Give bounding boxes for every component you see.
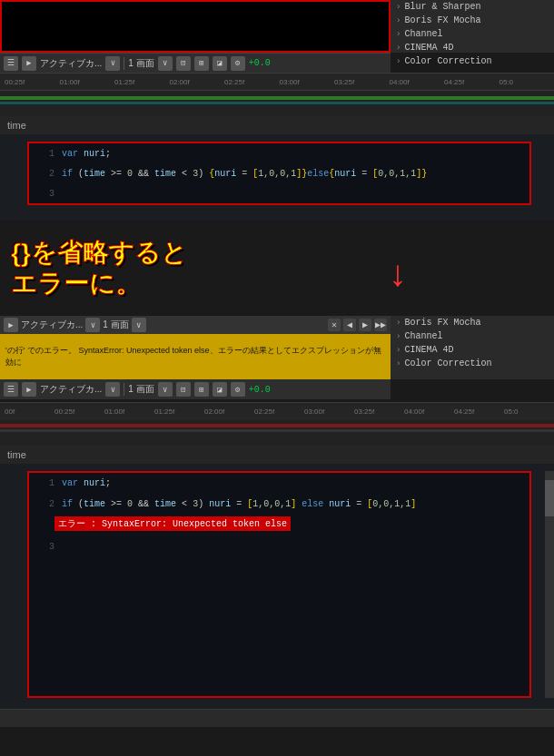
- menu-item-color-mid[interactable]: › Color Correction: [391, 357, 554, 370]
- track-green: [0, 96, 554, 100]
- btm-ruler-0: 00f: [5, 407, 54, 416]
- toolbar-icon-2[interactable]: ▶: [22, 56, 36, 71]
- active-cam-label-bot: アクティブカ...: [40, 383, 102, 396]
- annotation-area: {}を省略すると エラーに。 ↓: [0, 221, 554, 316]
- btm-ruler-1: 00:25f: [54, 407, 104, 416]
- view-dropdown-mid[interactable]: ∨: [132, 318, 146, 332]
- view-label: 1 画面: [128, 57, 153, 70]
- ruler-mark-7: 04:00f: [390, 78, 445, 86]
- btm-ruler-5: 02:25f: [254, 407, 304, 416]
- ruler-mark-3: 02:00f: [170, 78, 225, 86]
- menu-arrow-icon: ›: [396, 359, 401, 368]
- menu-arrow-icon: ›: [396, 57, 401, 66]
- menu-item-channel-mid[interactable]: › Channel: [391, 329, 554, 343]
- btm-ruler-9: 04:25f: [454, 407, 504, 416]
- dropdown-icon-mid[interactable]: ∨: [85, 318, 100, 332]
- active-cam-label: アクティブカ...: [40, 57, 102, 70]
- menu-arrow-icon: ›: [396, 16, 401, 25]
- menu-item-blur[interactable]: › Blur & Sharpen: [391, 0, 554, 14]
- menu-item-boris[interactable]: › Boris FX Mocha: [391, 14, 554, 27]
- play-icon[interactable]: ▶: [359, 319, 371, 331]
- timeline-ruler-header: 00:25f 01:00f 01:25f 02:00f 02:25f 03:00…: [0, 73, 554, 91]
- view-dropdown-bot[interactable]: ∨: [158, 382, 173, 397]
- track-teal: [0, 102, 554, 104]
- code-text-1: var nuri;: [62, 149, 111, 159]
- arrow-down-icon: ↓: [387, 256, 409, 297]
- error-inline-line: エラー : SyntaxError: Unexpected token else: [29, 515, 529, 531]
- menu-item-boris-mid[interactable]: › Boris FX Mocha: [391, 316, 554, 329]
- toolbar-icon-1[interactable]: ☰: [4, 56, 18, 71]
- ruler-mark-0: 00:25f: [5, 78, 60, 86]
- code2-text-1: var nuri;: [62, 478, 111, 488]
- bottom-time-text: time: [7, 449, 26, 460]
- ruler-mark-5: 03:00f: [280, 78, 335, 86]
- menu-arrow-icon: ›: [396, 332, 401, 341]
- code-text-2: if (time >= 0 && time < 3) {nuri = [1,0,…: [62, 169, 427, 179]
- menu-item-color[interactable]: › Color Correction: [391, 54, 554, 68]
- code2-text-2: if (time >= 0 && time < 3) nuri = [1,0,0…: [62, 499, 416, 509]
- code-box-2[interactable]: 1 var nuri; 2 if (time >= 0 && time < 3)…: [27, 471, 531, 698]
- line-num-2: 2: [36, 169, 54, 179]
- scroll-bar[interactable]: [545, 471, 554, 698]
- tool-d[interactable]: ⚙: [231, 56, 245, 71]
- tool-bot-c[interactable]: ◪: [213, 382, 227, 397]
- btm-ruler-3: 01:25f: [154, 407, 204, 416]
- next-icon[interactable]: ▶▶: [374, 319, 387, 331]
- menu-arrow-icon: ›: [396, 3, 401, 12]
- code-editor-1: 1 var nuri; 2 if (time >= 0 && time < 3)…: [0, 134, 554, 221]
- toolbar-icon-m2[interactable]: ▶: [22, 382, 36, 397]
- tool-a[interactable]: ⊡: [176, 56, 191, 71]
- preview-area: [0, 0, 391, 53]
- toolbar-separator: [124, 57, 124, 70]
- line-num-3: 3: [36, 189, 54, 199]
- bottom-scrollbar[interactable]: [0, 709, 554, 727]
- code-line-3: 3: [29, 183, 529, 203]
- view-label-bot: 1 画面: [128, 383, 153, 396]
- bottom-timeline-ruler: 00f 00:25f 01:00f 01:25f 02:00f 02:25f 0…: [0, 402, 554, 420]
- toolbar-sep-bot: [124, 383, 124, 396]
- btm-ruler-4: 02:00f: [204, 407, 254, 416]
- view-dropdown[interactable]: ∨: [158, 56, 173, 71]
- toolbar-icon-m1[interactable]: ☰: [4, 382, 18, 397]
- bottom-scroll-inner[interactable]: [0, 710, 554, 727]
- code-line-2: 2 if (time >= 0 && time < 3) {nuri = [1,…: [29, 163, 529, 183]
- code2-line-1: 1 var nuri;: [29, 473, 529, 493]
- line-num-1: 1: [36, 149, 54, 159]
- bottom-tracks: [0, 420, 554, 446]
- tool-b[interactable]: ⊞: [194, 56, 209, 71]
- ruler-mark-2: 01:25f: [114, 78, 170, 86]
- dropdown-icon-bot[interactable]: ∨: [105, 382, 120, 397]
- ruler-mark-6: 03:25f: [334, 78, 390, 86]
- prev-icon[interactable]: ◀: [343, 319, 356, 331]
- menu-item-channel[interactable]: › Channel: [391, 27, 554, 41]
- menu-item-cinema4d-mid[interactable]: › CINEMA 4D: [391, 343, 554, 357]
- scroll-thumb[interactable]: [545, 480, 554, 516]
- tool-bot-b[interactable]: ⊞: [194, 382, 209, 397]
- dropdown-icon[interactable]: ∨: [105, 56, 120, 71]
- menu-arrow-icon: ›: [396, 44, 401, 53]
- code-line-1: 1 var nuri;: [29, 143, 529, 163]
- toolbar-icon-err-1[interactable]: ▶: [4, 318, 18, 332]
- ruler-row: 00:25f 01:00f 01:25f 02:00f 02:25f 03:00…: [0, 78, 554, 86]
- value-display-bot: +0.0: [249, 385, 271, 395]
- value-display: +0.0: [249, 58, 271, 68]
- btm-ruler-8: 04:00f: [404, 407, 454, 416]
- error-panel: ▶ アクティブカ... ∨ 1 画面 ∨ ✕ ◀ ▶ ▶▶ 'の行' でのエラー…: [0, 316, 391, 379]
- error-inline-text: エラー : SyntaxError: Unexpected token else: [54, 516, 291, 531]
- error-body-text: 'の行' でのエラー。 SyntaxError: Unexpected toke…: [5, 345, 385, 368]
- annotation-text: {}を省略すると エラーに。: [0, 238, 554, 299]
- close-icon[interactable]: ✕: [328, 319, 341, 331]
- code-editor-2: 1 var nuri; 2 if (time >= 0 && time < 3)…: [0, 464, 554, 727]
- mid-toolbar: ☰ ▶ アクティブカ... ∨ 1 画面 ∨ ⊡ ⊞ ◪ ⚙ +0.0: [0, 379, 391, 399]
- code-box-1[interactable]: 1 var nuri; 2 if (time >= 0 && time < 3)…: [27, 142, 531, 205]
- line-num-2-1: 1: [36, 478, 54, 488]
- active-cam-label-mid: アクティブカ...: [21, 319, 83, 331]
- menu-arrow-icon: ›: [396, 30, 401, 39]
- code2-line-2-block: 2 if (time >= 0 && time < 3) nuri = [1,0…: [29, 493, 529, 533]
- menu-arrow-icon: ›: [396, 319, 401, 328]
- menu-arrow-icon: ›: [396, 346, 401, 355]
- tool-bot-d[interactable]: ⚙: [231, 382, 245, 397]
- tool-bot-a[interactable]: ⊡: [176, 382, 191, 397]
- tool-c[interactable]: ◪: [213, 56, 227, 71]
- menu-item-cinema4d[interactable]: › CINEMA 4D: [391, 41, 554, 54]
